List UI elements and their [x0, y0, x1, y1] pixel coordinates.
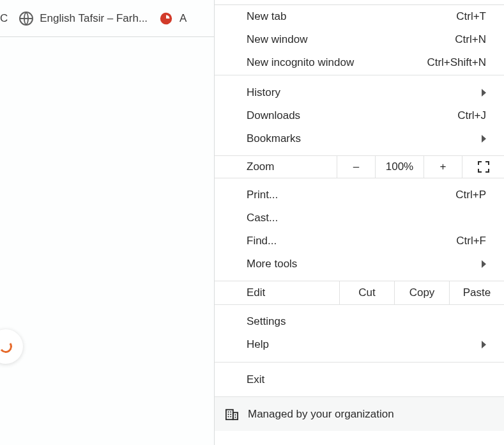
managed-label: Managed by your organization: [248, 408, 394, 421]
building-icon: [225, 408, 239, 421]
menu-item-downloads[interactable]: Downloads Ctrl+J: [215, 104, 504, 127]
menu-item-exit[interactable]: Exit: [215, 368, 504, 391]
zoom-value: 100%: [375, 156, 424, 178]
menu-label: History: [247, 86, 479, 99]
menu-label: Exit: [247, 373, 486, 386]
menu-item-print[interactable]: Print... Ctrl+P: [215, 183, 504, 207]
svg-rect-9: [235, 416, 236, 418]
menu-label: More tools: [247, 258, 479, 270]
svg-rect-3: [230, 411, 231, 412]
bookmark-item-english-tafsir[interactable]: English Tafsir – Farh...: [19, 12, 148, 26]
app-icon: [159, 12, 173, 26]
svg-rect-4: [228, 414, 229, 415]
submenu-arrow-icon: [482, 135, 486, 143]
menu-label: Settings: [247, 315, 486, 328]
menu-label: Downloads: [247, 109, 457, 122]
menu-item-edit: Edit Cut Copy Paste: [215, 281, 504, 305]
menu-label: Bookmarks: [247, 132, 479, 145]
edit-label: Edit: [215, 286, 339, 299]
menu-shortcut: Ctrl+J: [457, 109, 486, 122]
svg-rect-8: [235, 414, 236, 416]
menu-shortcut: Ctrl+N: [455, 33, 486, 46]
menu-item-more-tools[interactable]: More tools: [215, 253, 504, 276]
bookmark-item-fragment[interactable]: C: [0, 12, 8, 25]
fullscreen-icon: [478, 161, 489, 173]
menu-label: Find...: [247, 235, 456, 247]
svg-rect-6: [228, 416, 229, 417]
menu-item-new-incognito[interactable]: New incognito window Ctrl+Shift+N: [215, 51, 504, 74]
submenu-arrow-icon: [482, 341, 486, 348]
svg-rect-1: [233, 412, 238, 419]
bookmark-label: English Tafsir – Farh...: [40, 12, 148, 25]
menu-item-new-window[interactable]: New window Ctrl+N: [215, 28, 504, 51]
menu-item-find[interactable]: Find... Ctrl+F: [215, 230, 504, 253]
svg-rect-7: [230, 416, 231, 417]
menu-shortcut: Ctrl+F: [456, 235, 486, 247]
menu-item-managed-by-org[interactable]: Managed by your organization: [215, 396, 504, 431]
edit-copy-button[interactable]: Copy: [394, 281, 449, 304]
zoom-label: Zoom: [215, 160, 337, 173]
globe-icon: [19, 12, 33, 26]
fullscreen-button[interactable]: [462, 156, 504, 178]
menu-item-new-tab[interactable]: New tab Ctrl+T: [215, 5, 504, 28]
menu-item-bookmarks[interactable]: Bookmarks: [215, 127, 504, 150]
browser-menu: New tab Ctrl+T New window Ctrl+N New inc…: [214, 0, 504, 445]
menu-shortcut: Ctrl+T: [456, 10, 486, 23]
bookmark-label: A: [179, 12, 187, 25]
bookmark-label: C: [0, 12, 8, 25]
zoom-out-button[interactable]: –: [337, 156, 375, 178]
zoom-in-button[interactable]: +: [424, 156, 462, 178]
plus-icon: +: [440, 160, 447, 173]
svg-rect-5: [230, 414, 231, 415]
submenu-arrow-icon: [482, 260, 486, 268]
menu-separator: [215, 75, 504, 75]
menu-shortcut: Ctrl+Shift+N: [427, 56, 486, 69]
submenu-arrow-icon: [482, 89, 486, 97]
menu-label: Print...: [247, 189, 455, 201]
minus-icon: –: [353, 160, 359, 173]
svg-rect-0: [226, 409, 233, 419]
menu-label: New tab: [247, 10, 456, 23]
menu-label: Help: [247, 338, 479, 351]
edit-cut-button[interactable]: Cut: [339, 281, 394, 304]
floating-action-button[interactable]: [0, 329, 23, 364]
menu-item-settings[interactable]: Settings: [215, 310, 504, 333]
menu-separator: [215, 362, 504, 363]
menu-item-zoom: Zoom – 100% +: [215, 155, 504, 178]
menu-label: New incognito window: [247, 56, 427, 69]
menu-item-help[interactable]: Help: [215, 333, 504, 356]
svg-rect-2: [228, 411, 229, 412]
menu-label: Cast...: [247, 212, 486, 224]
spinner-icon: [0, 339, 13, 354]
menu-item-history[interactable]: History: [215, 81, 504, 104]
menu-shortcut: Ctrl+P: [455, 189, 486, 201]
bookmark-item-a[interactable]: A: [159, 12, 187, 26]
menu-label: New window: [247, 33, 455, 46]
edit-paste-button[interactable]: Paste: [449, 281, 504, 304]
menu-item-cast[interactable]: Cast...: [215, 207, 504, 230]
